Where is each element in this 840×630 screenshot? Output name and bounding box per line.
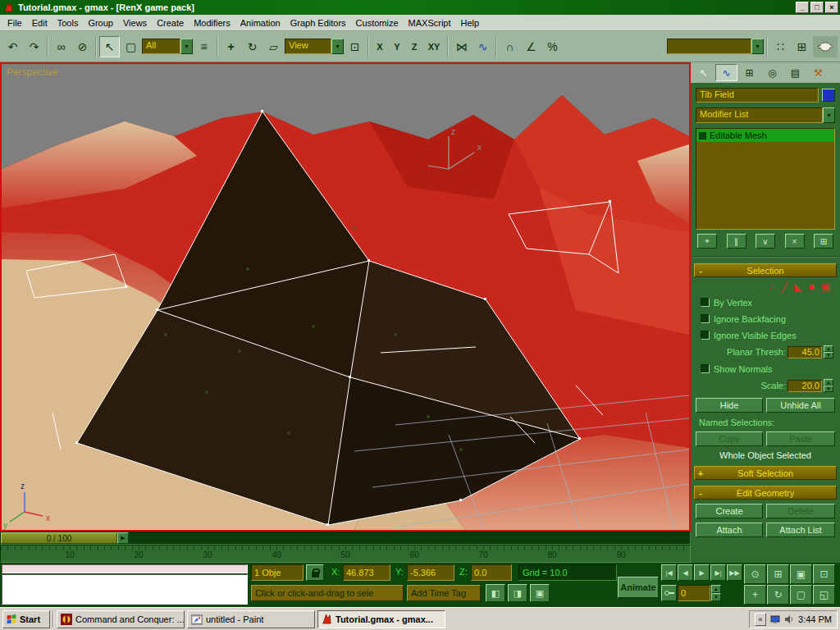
move-button[interactable]: + — [221, 36, 241, 57]
rotate-button[interactable]: ↻ — [242, 36, 262, 57]
time-slider-track[interactable]: 0 / 100 ▶ — [0, 532, 691, 545]
by-vertex-checkbox[interactable] — [701, 298, 710, 307]
frame-spinner[interactable]: ▲▼ — [711, 585, 721, 601]
menu-item-maxscript[interactable]: MAXScript — [404, 16, 456, 30]
pin-stack-button[interactable]: ⌖ — [697, 234, 717, 249]
remove-modifier-button[interactable]: × — [785, 234, 805, 249]
tab-create[interactable]: ↖ — [692, 64, 714, 81]
spinner-up-icon[interactable]: ▲ — [824, 379, 833, 386]
menu-item-tools[interactable]: Tools — [52, 16, 84, 30]
ignore-visible-edges-checkbox[interactable] — [701, 331, 710, 340]
region-select-button[interactable]: ▢ — [121, 36, 141, 57]
previous-frame-button[interactable]: ◀ — [678, 564, 693, 581]
scale-spinner[interactable]: ▲▼ — [824, 379, 833, 392]
selection-lock-button[interactable] — [306, 564, 324, 581]
menu-item-animation[interactable]: Animation — [235, 16, 285, 30]
paste-button[interactable]: Paste — [766, 431, 835, 446]
select-and-link-button[interactable]: ∞ — [51, 36, 71, 57]
polygon-mode-icon[interactable]: ■ — [808, 281, 814, 293]
arc-rotate-button[interactable]: ↻ — [767, 585, 789, 605]
spinner-down-icon[interactable]: ▼ — [824, 352, 833, 358]
menu-item-graph-editors[interactable]: Graph Editors — [285, 16, 351, 30]
ignore-backfacing-checkbox[interactable] — [701, 314, 710, 323]
undo-button[interactable]: ↶ — [2, 36, 23, 57]
time-slider-next-button[interactable]: ▶ — [117, 532, 129, 544]
create-button[interactable]: Create — [696, 504, 763, 518]
menu-item-help[interactable]: Help — [456, 16, 485, 30]
hide-button[interactable]: Hide — [696, 398, 763, 413]
menu-item-modifiers[interactable]: Modifiers — [189, 16, 235, 30]
play-button[interactable]: ▶ — [694, 564, 710, 581]
unlink-button[interactable]: ⊘ — [72, 36, 93, 57]
animate-button[interactable]: Animate — [618, 577, 659, 598]
zoom-all-button[interactable]: ⊞ — [767, 564, 789, 584]
start-button[interactable]: Start — [2, 610, 50, 628]
percent-snap-button[interactable]: % — [542, 36, 563, 57]
modifier-list-dropdown[interactable]: Modifier List ▼ — [696, 107, 835, 123]
tab-utilities[interactable]: ⚒ — [807, 64, 829, 81]
y-coordinate-field[interactable]: -5.366 — [407, 564, 454, 581]
z-constraint-button[interactable]: Z — [406, 38, 422, 56]
tab-motion[interactable]: ◎ — [761, 64, 783, 81]
current-frame-field[interactable]: 0 — [678, 585, 710, 601]
tab-hierarchy[interactable]: ⊞ — [738, 64, 760, 81]
modifier-stack-list[interactable]: Editable Mesh — [696, 128, 835, 230]
zoom-extents-all-button[interactable]: ⊡ — [813, 564, 835, 584]
chevron-down-icon[interactable]: ▼ — [823, 107, 835, 123]
menu-item-group[interactable]: Group — [83, 16, 118, 30]
snap-toggle-button[interactable]: ∩ — [500, 36, 520, 57]
zoom-button[interactable]: ⊙ — [744, 564, 766, 584]
add-time-tag-button[interactable]: Add Time Tag — [407, 585, 481, 601]
spinner-down-icon[interactable]: ▼ — [824, 386, 833, 392]
rollout-edit-geometry[interactable]: - Edit Geometry — [694, 486, 837, 500]
scale-button[interactable]: ▱ — [263, 36, 284, 57]
stack-item-editable-mesh[interactable]: Editable Mesh — [696, 129, 834, 142]
go-to-start-button[interactable]: |◀ — [661, 564, 677, 581]
title-bar[interactable]: Tutorial.gmax - gmax - [RenX game pack] … — [0, 0, 840, 15]
tab-display[interactable]: ▤ — [784, 64, 806, 81]
unhide-all-button[interactable]: Unhide All — [766, 398, 835, 413]
task-gmax[interactable]: Tutorial.gmax - gmax... — [317, 610, 445, 628]
crossing-selection-button[interactable]: ◨ — [508, 584, 527, 602]
attach-button[interactable]: Attach — [696, 523, 763, 537]
menu-item-file[interactable]: File — [2, 16, 27, 30]
region-zoom-button[interactable]: ▢ — [790, 585, 812, 605]
element-mode-icon[interactable]: ▣ — [821, 281, 830, 293]
chevron-down-icon[interactable]: ▼ — [751, 39, 764, 54]
chevron-down-icon[interactable]: ▼ — [331, 39, 344, 54]
select-object-button[interactable]: ↖ — [99, 36, 120, 57]
tray-chevron-button[interactable]: « — [755, 613, 766, 626]
spinner-up-icon[interactable]: ▲ — [824, 345, 833, 352]
task-paint[interactable]: untitled - Paint — [187, 610, 315, 628]
array-button[interactable]: ∷ — [770, 36, 791, 57]
vertex-mode-icon[interactable]: ∴ — [769, 281, 775, 293]
show-normals-checkbox[interactable] — [701, 364, 710, 373]
volume-tray-icon[interactable] — [784, 614, 794, 624]
spinner-up-icon[interactable]: ▲ — [711, 585, 721, 593]
maxscript-listener-line[interactable] — [2, 564, 248, 573]
menu-item-create[interactable]: Create — [152, 16, 189, 30]
menu-item-edit[interactable]: Edit — [27, 16, 52, 30]
redo-button[interactable]: ↷ — [24, 36, 44, 57]
y-constraint-button[interactable]: Y — [389, 38, 405, 56]
chevron-down-icon[interactable]: ▼ — [180, 39, 193, 54]
window-selection-button[interactable]: ▣ — [530, 584, 550, 602]
maxscript-listener-box[interactable] — [2, 574, 248, 605]
named-selection-sets-dropdown[interactable]: ▼ — [667, 39, 764, 54]
x-constraint-button[interactable]: X — [372, 38, 388, 56]
go-to-end-button[interactable]: ▶▶ — [727, 564, 742, 581]
min-max-toggle-button[interactable]: ◱ — [813, 585, 835, 605]
make-unique-button[interactable]: ∨ — [756, 234, 775, 249]
degradation-override-button[interactable]: ◧ — [486, 584, 505, 602]
schematic-view-button[interactable]: ⊞ — [792, 36, 812, 57]
menu-item-views[interactable]: Views — [118, 16, 152, 30]
next-frame-button[interactable]: ▶| — [710, 564, 726, 581]
show-end-result-button[interactable]: ∥ — [727, 234, 746, 249]
viewport-label[interactable]: Perspective — [7, 66, 58, 78]
reference-coordinate-dropdown[interactable]: View ▼ — [285, 39, 344, 54]
z-coordinate-field[interactable]: 0.0 — [471, 564, 512, 581]
key-mode-button[interactable] — [661, 585, 677, 601]
object-name-field[interactable]: Tib Field — [696, 88, 819, 103]
attach-list-button[interactable]: Attach List — [766, 523, 835, 537]
rollout-selection[interactable]: - Selection — [694, 263, 837, 277]
